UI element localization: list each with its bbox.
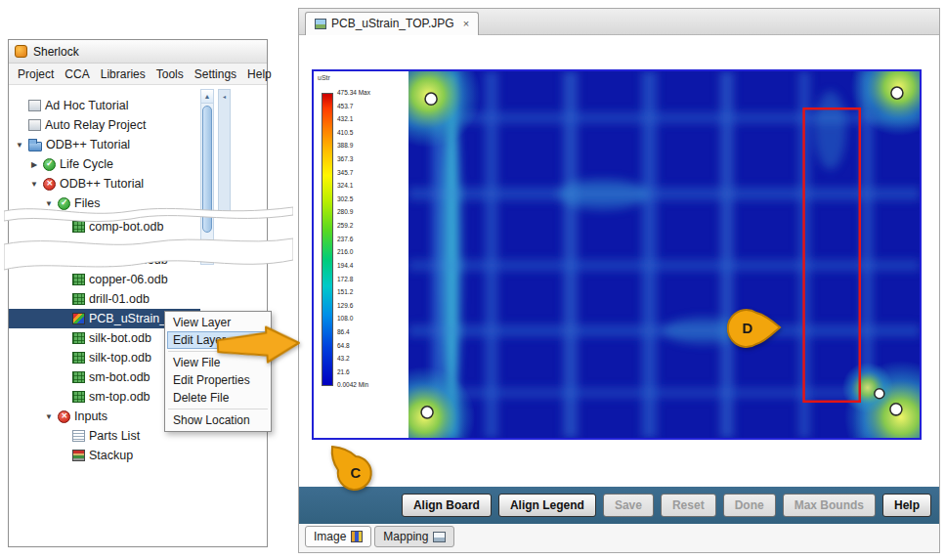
tree-item-label: Parts List	[89, 429, 140, 443]
legend-label: 259.2	[337, 223, 400, 230]
context-show-location[interactable]: Show Location	[167, 411, 269, 429]
layer-icon	[72, 352, 85, 364]
tree-item-stackup[interactable]: Stackup	[9, 446, 200, 465]
callout-d-label: D	[743, 320, 753, 336]
pane-splitter[interactable]: ◂	[218, 89, 231, 218]
legend-label: 237.6	[337, 237, 400, 243]
tree-item-label: silk-top.odb	[89, 351, 151, 365]
tree-item-comp-bot-odb[interactable]: comp-bot.odb	[9, 217, 200, 237]
tree-item-label: drill-01.odb	[89, 292, 150, 306]
reset-button: Reset	[661, 494, 716, 517]
project-icon	[28, 119, 41, 131]
tree-item-copper-06-odb[interactable]: copper-06.odb	[9, 270, 200, 289]
window-title: Sherlock	[33, 45, 79, 59]
menu-tools[interactable]: Tools	[151, 65, 189, 83]
strain-heatmap[interactable]	[408, 71, 920, 438]
tree-item-odb-tutorial[interactable]: ▼ ODB++ Tutorial	[9, 174, 200, 194]
sherlock-window: Sherlock ProjectCCALibrariesToolsSetting…	[8, 39, 268, 547]
legend-label: 216.0	[337, 249, 400, 256]
scroll-up-icon[interactable]: ▲	[201, 90, 213, 104]
save-button: Save	[603, 494, 654, 517]
sherlock-logo-icon	[15, 45, 27, 58]
legend-label: 453.7	[337, 104, 400, 110]
legend-label: 410.5	[337, 130, 400, 137]
tree-item-label: Ad Hoc Tutorial	[45, 99, 128, 112]
menu-cca[interactable]: CCA	[60, 65, 94, 83]
viewer-panel: PCB_uStrain_TOP.JPG × uStr 475.34 Max453…	[298, 8, 940, 553]
expand-arrow-icon[interactable]: ▼	[15, 141, 24, 150]
legend-label: 367.3	[337, 156, 400, 163]
menu-project[interactable]: Project	[13, 65, 59, 83]
callout-c-label: C	[351, 464, 362, 481]
close-icon[interactable]: ×	[463, 18, 469, 29]
tree-item-label: copper-05.odb	[89, 253, 168, 267]
scrollbar-thumb[interactable]	[202, 106, 212, 233]
tab-mapping[interactable]: Mapping	[374, 526, 454, 547]
legend-labels: 475.34 Max453.7432.1410.5388.9367.3345.7…	[337, 90, 400, 389]
tree-item-drill-01-odb[interactable]: drill-01.odb	[9, 289, 200, 309]
legend-label: 0.0042 Min	[337, 382, 400, 389]
parts-icon	[72, 430, 85, 442]
image-file-icon	[315, 19, 326, 29]
menu-settings[interactable]: Settings	[190, 65, 241, 83]
tab-pcb-ustrain-top[interactable]: PCB_uStrain_TOP.JPG ×	[305, 12, 479, 35]
menu-separator	[168, 409, 268, 409]
tab-image[interactable]: Image	[305, 526, 371, 547]
legend-label: 151.2	[337, 289, 400, 296]
tree-scrollbar[interactable]: ▲	[200, 89, 214, 265]
tree-item-odb-tutorial[interactable]: ▼ ODB++ Tutorial	[9, 135, 200, 154]
legend-label: 475.34 Max	[337, 90, 400, 97]
mapping-tab-icon	[433, 532, 446, 542]
tree-item-auto-relay-project[interactable]: Auto Relay Project	[9, 115, 200, 135]
legend-label: 43.2	[337, 356, 400, 363]
layer-icon	[72, 371, 85, 383]
context-delete-file[interactable]: Delete File	[167, 389, 269, 407]
tree-item-label: Life Cycle	[60, 157, 113, 171]
callout-d-badge: D	[727, 307, 784, 350]
layer-icon	[72, 254, 85, 266]
legend-label: 324.1	[337, 183, 400, 190]
tree-item-label: ODB++ Tutorial	[46, 138, 130, 151]
tree-item-ad-hoc-tutorial[interactable]: Ad Hoc Tutorial	[9, 96, 200, 115]
expand-arrow-icon[interactable]: ▼	[44, 199, 54, 208]
tree-item-label: Files	[74, 196, 100, 210]
window-titlebar[interactable]: Sherlock	[9, 40, 267, 64]
done-button: Done	[723, 494, 776, 517]
tree-item-files[interactable]: ▼ Files	[9, 194, 200, 213]
bottom-tab-label: Mapping	[383, 530, 428, 543]
image-icon	[72, 313, 85, 324]
bottom-tabbar: Image Mapping	[299, 524, 939, 552]
flow-arrow	[215, 323, 303, 369]
legend-label: 21.6	[337, 369, 400, 376]
help-button[interactable]: Help	[882, 494, 931, 517]
viewer-toolbar: Align BoardAlign LegendSaveResetDoneMax …	[299, 487, 939, 524]
align-legend-button[interactable]: Align Legend	[498, 494, 596, 517]
legend-label: 432.1	[337, 116, 400, 123]
tree-item-label: sm-bot.odb	[89, 370, 150, 384]
layer-icon	[72, 391, 85, 403]
menu-help[interactable]: Help	[242, 65, 277, 83]
align-board-button[interactable]: Align Board	[402, 494, 492, 517]
tree-item-copper-05-odb[interactable]: copper-05.odb	[9, 250, 200, 270]
check-icon	[58, 197, 70, 210]
expand-arrow-icon[interactable]: ▶	[29, 160, 39, 169]
menu-libraries[interactable]: Libraries	[96, 65, 150, 83]
tree-item-life-cycle[interactable]: ▶ Life Cycle	[9, 154, 200, 174]
error-icon	[58, 410, 70, 423]
legend-label: 194.4	[337, 263, 400, 270]
menu-bar: ProjectCCALibrariesToolsSettingsHelp	[9, 64, 267, 85]
context-edit-properties[interactable]: Edit Properties	[167, 371, 269, 389]
tree-item-label: Auto Relay Project	[45, 118, 147, 132]
legend-label: 388.9	[337, 143, 400, 150]
legend-label: 345.7	[337, 170, 400, 177]
tree-item-label: sm-top.odb	[89, 390, 150, 404]
legend-label: 172.8	[337, 277, 400, 283]
check-icon	[43, 158, 56, 171]
expand-arrow-icon[interactable]: ▼	[44, 412, 54, 421]
layer-icon	[72, 293, 85, 305]
expand-arrow-icon[interactable]: ▼	[29, 180, 39, 189]
tab-title: PCB_uStrain_TOP.JPG	[331, 17, 454, 30]
layer-icon	[72, 221, 85, 233]
legend-label: 86.4	[337, 329, 400, 336]
layer-icon	[72, 274, 85, 285]
